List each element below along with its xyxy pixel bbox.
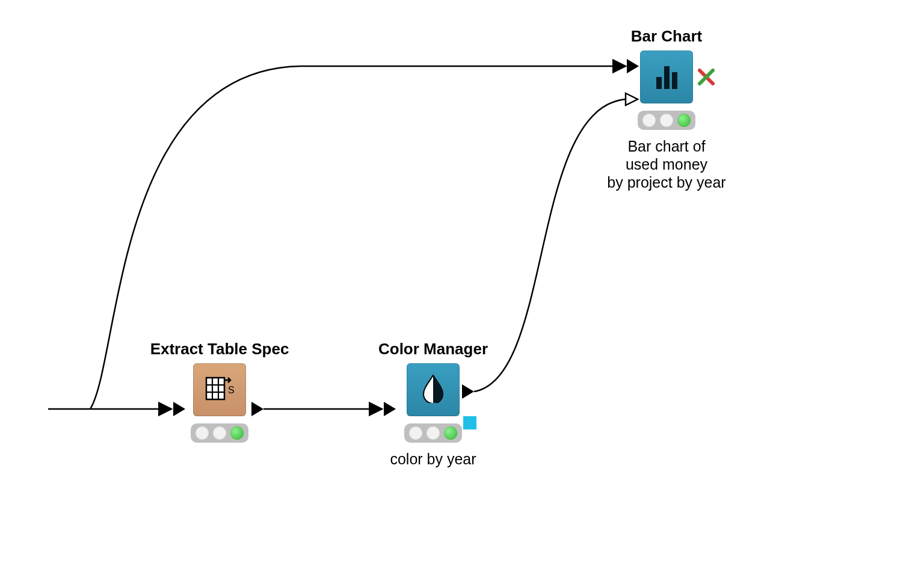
node-body[interactable] [640, 51, 693, 103]
status-traffic-light [191, 423, 248, 443]
connections-layer [0, 0, 924, 578]
node-title: Bar Chart [582, 27, 751, 46]
node-color-manager[interactable]: Color Manager color by year [349, 340, 517, 468]
error-icon [698, 69, 715, 85]
svg-text:S: S [228, 385, 234, 395]
node-extract-table-spec[interactable]: Extract Table Spec S [114, 340, 325, 450]
bar-chart-icon [656, 65, 677, 89]
workflow-canvas[interactable]: Bar Chart Bar chart of used money by pro… [0, 0, 924, 578]
node-body[interactable] [407, 363, 460, 416]
node-description: color by year [349, 450, 517, 468]
node-description: Bar chart of used money by project by ye… [582, 137, 751, 191]
svg-rect-3 [206, 378, 224, 399]
table-spec-icon: S [205, 374, 234, 405]
status-traffic-light [638, 111, 695, 130]
node-title: Color Manager [349, 340, 517, 358]
status-traffic-light [404, 423, 462, 443]
node-title: Extract Table Spec [114, 340, 325, 358]
node-bar-chart[interactable]: Bar Chart Bar chart of used money by pro… [582, 27, 751, 191]
node-body[interactable]: S [193, 363, 246, 416]
drop-icon [422, 374, 445, 405]
